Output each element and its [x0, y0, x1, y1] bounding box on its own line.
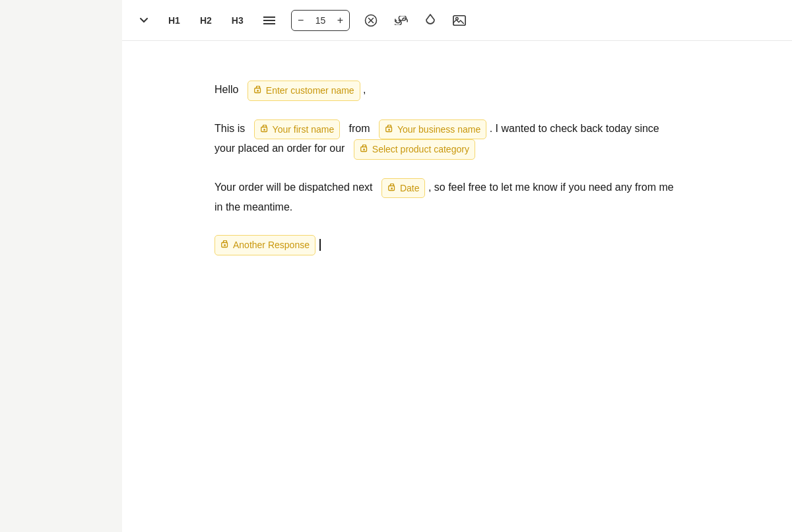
paragraph-3-prefix: Your order will be dispatched next	[214, 182, 373, 193]
paragraph-1: Hello Enter customer name ,	[214, 81, 676, 101]
link-icon[interactable]	[392, 13, 411, 28]
svg-point-0	[721, 47, 732, 58]
var-chip-product-category[interactable]: Select product category	[354, 139, 475, 160]
svg-rect-16	[363, 149, 365, 150]
paragraph-1-prefix: Hello	[214, 84, 238, 95]
image-icon[interactable]	[450, 12, 469, 29]
h1-button[interactable]: H1	[164, 13, 184, 28]
sidebar	[0, 0, 122, 532]
editor-content: Hello Enter customer name , This is	[122, 41, 716, 300]
var-chip-another-response-label: Another Response	[233, 237, 310, 253]
var-chip-icon-2	[260, 125, 269, 134]
svg-rect-18	[391, 187, 393, 189]
var-chip-icon-5	[387, 183, 397, 193]
toolbar: H1 H2 H3 − 15 +	[122, 0, 792, 41]
remove-format-icon[interactable]	[362, 11, 380, 30]
paragraph-2: This is Your first name from	[214, 119, 676, 160]
font-size-decrease-button[interactable]: −	[292, 11, 310, 30]
font-size-value: 15	[310, 15, 331, 26]
paragraph-2-prefix: This is	[214, 123, 245, 134]
font-size-increase-button[interactable]: +	[331, 11, 349, 30]
var-chip-business-name-label: Your business name	[397, 121, 480, 138]
var-chip-customer-name[interactable]: Enter customer name	[248, 81, 360, 101]
paragraph-2-middle: from	[349, 123, 370, 134]
var-chip-icon-6	[220, 240, 230, 249]
h3-button[interactable]: H3	[228, 13, 248, 28]
var-chip-icon-4	[360, 145, 369, 154]
svg-rect-12	[263, 129, 265, 131]
var-chip-another-response[interactable]: Another Response	[214, 235, 315, 255]
h2-button[interactable]: H2	[196, 13, 216, 28]
paragraph-3: Your order will be dispatched next Date …	[214, 178, 676, 217]
color-icon[interactable]	[422, 11, 438, 30]
var-chip-first-name[interactable]: Your first name	[254, 119, 341, 140]
var-chip-first-name-label: Your first name	[273, 121, 335, 138]
var-chip-customer-name-label: Enter customer name	[266, 83, 354, 99]
svg-rect-20	[224, 244, 226, 246]
font-size-control: − 15 +	[291, 10, 350, 31]
var-chip-date[interactable]: Date	[381, 178, 426, 199]
var-chip-icon-3	[385, 125, 394, 134]
var-chip-product-category-label: Select product category	[372, 141, 469, 158]
var-chip-icon	[253, 86, 263, 95]
var-chip-date-label: Date	[400, 180, 420, 197]
editor-container[interactable]: Hello Enter customer name , This is	[122, 41, 792, 532]
var-chip-business-name[interactable]: Your business name	[379, 119, 486, 140]
style-dropdown-button[interactable]	[135, 13, 152, 28]
list-button[interactable]	[259, 13, 279, 28]
svg-rect-14	[388, 129, 390, 131]
svg-rect-10	[257, 90, 259, 92]
text-cursor	[319, 239, 321, 251]
chat-bubble-icon	[710, 36, 742, 69]
paragraph-4: Another Response	[214, 235, 676, 255]
paragraph-1-suffix: ,	[363, 84, 366, 95]
